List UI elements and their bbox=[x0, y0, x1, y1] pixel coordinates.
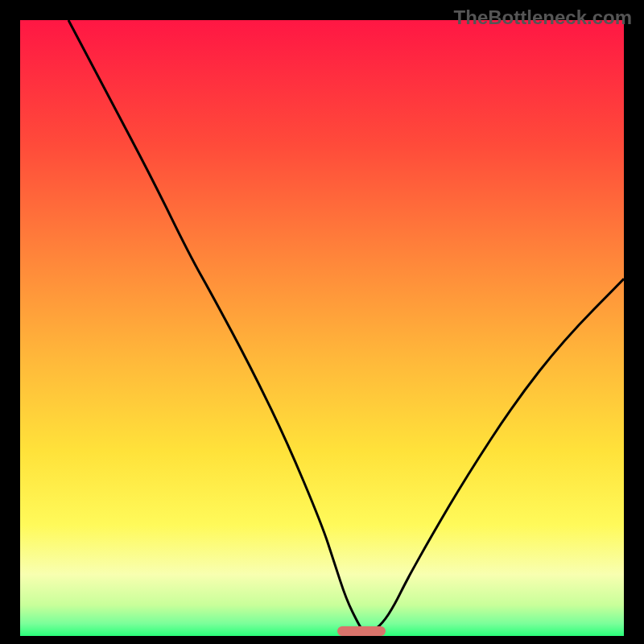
watermark-text: TheBottleneck.com bbox=[454, 6, 632, 29]
optimal-marker bbox=[337, 626, 386, 636]
chart-area bbox=[20, 20, 624, 636]
bottleneck-curve bbox=[20, 20, 624, 636]
